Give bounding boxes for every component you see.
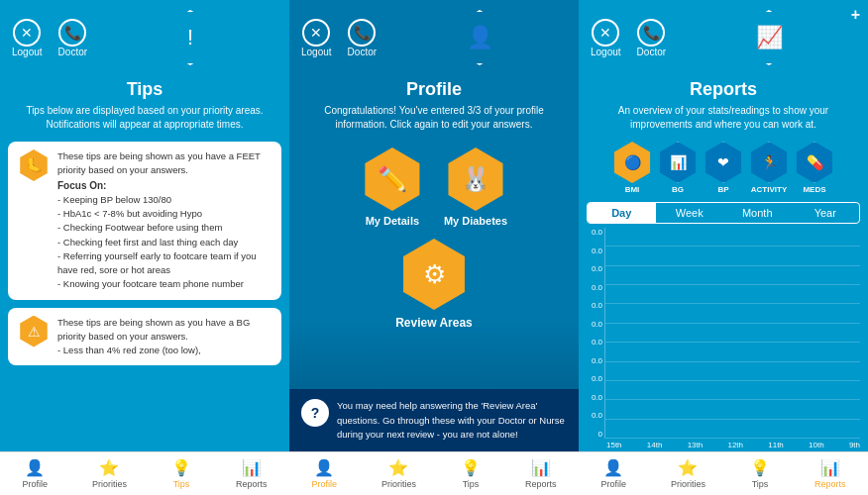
p-reports-nav-label: Reports	[525, 479, 557, 489]
x-label: 13th	[688, 441, 704, 449]
reports-nav-reports[interactable]: 📊 Reports	[814, 458, 846, 489]
time-tab-day[interactable]: Day	[588, 203, 656, 223]
p-priorities-nav-label: Priorities	[381, 479, 416, 489]
my-diabetes-item[interactable]: 🐰 My Diabetes	[444, 148, 507, 227]
review-areas-label: Review Areas	[395, 316, 473, 330]
profile-icons-row: ✏️ My Details 🐰 My Diabetes	[289, 138, 579, 231]
reports-logout-btn[interactable]: ✕ Logout	[591, 19, 621, 57]
tip-item: Less than 4% red zone (too low),	[57, 344, 271, 357]
profile-nav-profile[interactable]: 👤 Profile	[311, 458, 337, 489]
y-label: 0.0	[587, 247, 602, 255]
my-diabetes-icon: 🐰	[444, 148, 507, 211]
tab-meds[interactable]: 💊 MEDS	[794, 142, 835, 194]
time-tab-year[interactable]: Year	[792, 203, 860, 223]
tip-item: Checking feet first and last thing each …	[57, 236, 271, 249]
profile-title: Profile	[406, 79, 462, 100]
r-tips-nav-label: Tips	[752, 479, 769, 489]
reports-tabs-row: 🔵 BMI 📊 BG ❤ BP 🏃 ACTIVITY 💊 MEDS +	[579, 138, 868, 198]
my-details-item[interactable]: ✏️ My Details	[361, 148, 424, 227]
chart-line	[605, 247, 860, 265]
x-label: 14th	[647, 441, 663, 449]
r-tips-nav-icon: 💡	[750, 458, 770, 477]
nav-reports[interactable]: 📊 Reports	[236, 458, 268, 489]
focus-on-label: Focus On:	[57, 180, 106, 191]
bg-hex: 📊	[657, 142, 699, 183]
y-label: 0.0	[587, 374, 602, 383]
bg-icon: ⚠	[18, 316, 50, 347]
tip-bg-list: Less than 4% red zone (too low),	[57, 344, 271, 357]
tips-title-section: Tips Tips below are displayed based on y…	[0, 75, 289, 138]
reports-title: Reports	[690, 79, 757, 100]
logout-label: Logout	[12, 47, 43, 57]
chart-line	[605, 381, 860, 400]
tips-title: Tips	[127, 79, 163, 100]
reports-title-section: Reports An overview of your stats/readin…	[579, 75, 868, 138]
tab-bp[interactable]: ❤ BP	[703, 142, 744, 194]
reports-doctor-btn[interactable]: 📞 Doctor	[637, 19, 666, 57]
p-profile-nav-label: Profile	[311, 479, 337, 489]
tab-activity[interactable]: 🏃 ACTIVITY	[748, 142, 790, 194]
profile-nav-priorities[interactable]: ⭐ Priorities	[381, 458, 416, 489]
help-icon: ?	[301, 399, 329, 427]
nav-tips-active[interactable]: 💡 Tips	[171, 458, 191, 489]
profile-subtitle: Congratulations! You've entered 3/3 of y…	[297, 104, 571, 132]
y-label: 0.0	[587, 320, 602, 329]
tips-doctor-btn[interactable]: 📞 Doctor	[58, 19, 87, 57]
r-profile-nav-icon: 👤	[603, 458, 623, 477]
doctor-label: Doctor	[58, 47, 87, 57]
logout-icon: ✕	[13, 19, 41, 47]
tip-feet-list: Keeping BP below 130/80 HbA1c < 7-8% but…	[57, 193, 271, 292]
profile-logout-btn[interactable]: ✕ Logout	[301, 19, 332, 57]
reports-main-icon: 📈	[739, 8, 799, 67]
profile-nav-reports[interactable]: 📊 Reports	[525, 458, 557, 489]
tips-logout-btn[interactable]: ✕ Logout	[12, 19, 43, 57]
y-label: 0.0	[587, 283, 602, 292]
p-profile-nav-icon: 👤	[314, 458, 334, 477]
reports-nav-profile[interactable]: 👤 Profile	[600, 458, 626, 489]
y-label: 0.0	[587, 228, 602, 237]
bp-label: BP	[717, 185, 728, 194]
meds-hex: 💊	[794, 142, 835, 183]
chart-line	[605, 266, 860, 285]
profile-nav-label: Profile	[22, 479, 48, 489]
tab-bmi[interactable]: 🔵 BMI	[611, 142, 653, 194]
profile-bottom-nav: 👤 Profile ⭐ Priorities 💡 Tips 📊 Reports	[289, 451, 579, 495]
profile-doctor-btn[interactable]: 📞 Doctor	[348, 19, 377, 57]
chart-x-axis: 15th 14th 13th 12th 11th 10th 9th	[587, 439, 860, 451]
my-details-label: My Details	[366, 215, 419, 227]
my-diabetes-label: My Diabetes	[444, 215, 507, 227]
reports-nav-priorities[interactable]: ⭐ Priorities	[671, 458, 705, 489]
chart-line	[605, 400, 860, 419]
profile-nav-tips[interactable]: 💡 Tips	[461, 458, 481, 489]
tips-nav-icon: 💡	[171, 458, 191, 477]
tips-bottom-nav: 👤 Profile ⭐ Priorities 💡 Tips 📊 Reports	[0, 451, 289, 495]
r-reports-nav-icon: 📊	[820, 458, 840, 477]
feet-icon: 🦶	[18, 149, 50, 181]
tips-panel: ✕ Logout 📞 Doctor ! Tips Tips below are …	[0, 0, 289, 495]
tips-main-icon: !	[161, 8, 220, 67]
profile-doctor-label: Doctor	[348, 47, 377, 57]
p-tips-nav-label: Tips	[463, 479, 480, 489]
nav-priorities[interactable]: ⭐ Priorities	[92, 458, 127, 489]
y-label: 0.0	[587, 301, 602, 310]
time-tab-week[interactable]: Week	[656, 203, 724, 223]
x-label: 12th	[727, 441, 743, 449]
nav-profile[interactable]: 👤 Profile	[22, 458, 48, 489]
tab-bg[interactable]: 📊 BG	[657, 142, 699, 194]
tip-card-feet: 🦶 These tips are being shown as you have…	[8, 142, 281, 300]
tip-item: Keeping BP below 130/80	[57, 193, 271, 207]
reports-nav-tips[interactable]: 💡 Tips	[750, 458, 770, 489]
tip-item: Checking Footwear before using them	[57, 221, 271, 235]
time-tab-month[interactable]: Month	[723, 203, 792, 223]
tip-item: HbA1c < 7-8% but avoiding Hypo	[57, 207, 271, 221]
reports-top-bar: ✕ Logout 📞 Doctor 📈	[579, 0, 868, 75]
doctor-icon: 📞	[58, 19, 86, 47]
chart-area: 0.0 0.0 0.0 0.0 0.0 0.0 0.0 0.0 0.0 0.0 …	[579, 228, 868, 451]
tips-hex-shape: !	[163, 10, 218, 65]
profile-nav-icon: 👤	[25, 458, 45, 477]
y-label: 0	[587, 430, 602, 439]
chart-line	[605, 420, 860, 439]
reports-logout-label: Logout	[591, 47, 621, 57]
r-priorities-nav-label: Priorities	[671, 479, 705, 489]
reports-doctor-icon: 📞	[637, 19, 665, 47]
